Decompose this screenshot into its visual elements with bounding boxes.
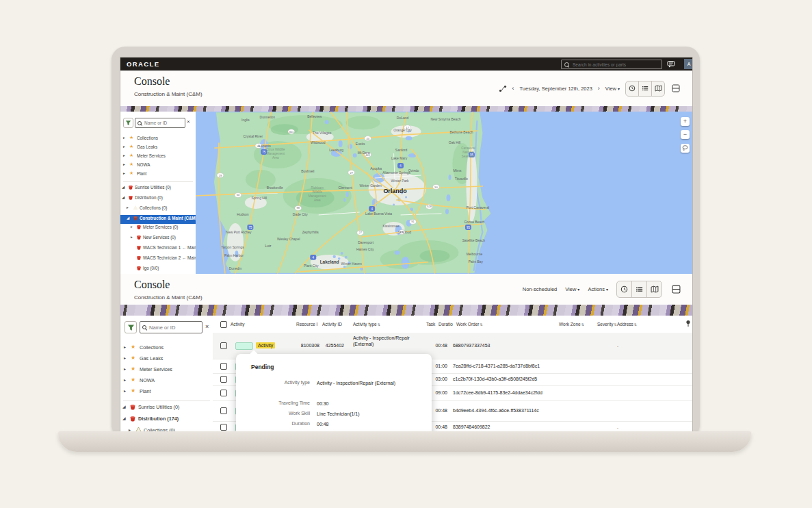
date-next-button[interactable]: ›: [598, 85, 600, 92]
col-activity-id[interactable]: Activity ID: [322, 322, 342, 327]
expand-icon[interactable]: ▸: [124, 388, 126, 393]
close-icon[interactable]: ×: [187, 118, 190, 125]
table-row[interactable]: 09:00 1dc72cee-8db9-4175-83e2-4ddae34c2f…: [213, 385, 692, 401]
list-view-button[interactable]: [639, 81, 652, 96]
tree-item-resource[interactable]: ▸Collections (0): [120, 205, 196, 215]
tree-item-favorite[interactable]: ▸★Meter Services: [120, 366, 213, 377]
col-activity[interactable]: Activity: [231, 322, 245, 327]
non-scheduled-label[interactable]: Non-scheduled: [523, 286, 557, 292]
row-checkbox[interactable]: [220, 390, 227, 396]
view-dropdown[interactable]: View▾: [605, 86, 620, 92]
activity-chip[interactable]: [235, 376, 254, 383]
tree-search-2[interactable]: [140, 321, 202, 333]
tree-item-favorite[interactable]: ▸★Meter Services: [120, 153, 196, 162]
user-avatar[interactable]: A: [684, 59, 692, 69]
tree-item-resource[interactable]: Igo (0/0): [120, 265, 196, 274]
route-icon[interactable]: [499, 85, 507, 92]
map-canvas[interactable]: 75 75 4 4 4 95 95 44 44 27 27 50 50 441: [196, 112, 692, 274]
expand-icon[interactable]: ▸: [131, 235, 133, 239]
tree-item-resource[interactable]: ▸Meter Services (0): [120, 224, 196, 234]
date-prev-button[interactable]: ‹: [512, 85, 514, 92]
collapse-icon[interactable]: ◢: [122, 185, 125, 189]
tree-item-favorite[interactable]: ▸★Gas Leaks: [120, 144, 196, 153]
activity-chip[interactable]: [235, 424, 254, 431]
time-view-button[interactable]: [617, 281, 632, 297]
table-row[interactable]: 03:00 c1c2b70f-130d-43b0-a3ff-d508f245f2…: [213, 373, 692, 386]
lasso-tool-button[interactable]: [681, 144, 690, 153]
tree-item-resource[interactable]: ◢Distribution (0): [120, 194, 196, 205]
map-view-button[interactable]: [652, 81, 664, 96]
pin-icon[interactable]: [685, 320, 692, 327]
filter-button[interactable]: [123, 118, 133, 128]
table-row[interactable]: Activity 8100308 4255402 Activity - Insp…: [213, 333, 692, 359]
filter-button[interactable]: [125, 321, 137, 333]
tree-item-resource-selected[interactable]: ◢Construction & Maint (C&M): [120, 215, 196, 224]
tree-item-favorite[interactable]: ▸★NOWA: [120, 162, 196, 170]
collapse-icon[interactable]: ◢: [122, 404, 126, 409]
activity-chip[interactable]: [235, 342, 253, 350]
expand-icon[interactable]: ▸: [124, 344, 126, 349]
global-search-input[interactable]: [571, 62, 656, 68]
row-checkbox[interactable]: [220, 376, 227, 383]
col-work-order[interactable]: Work Order⇅: [456, 322, 483, 327]
row-checkbox[interactable]: [220, 363, 227, 370]
list-view-button[interactable]: [632, 281, 647, 297]
split-layout-button[interactable]: [670, 83, 681, 94]
table-row[interactable]: 00:48 b4d9eeb4-4394-4f6c-a6ce-ff53837111…: [213, 400, 692, 422]
tree-item-resource[interactable]: ◢Sunrise Utilities (0): [120, 184, 196, 194]
col-severity[interactable]: Severity⇅: [597, 322, 617, 327]
row-checkbox[interactable]: [220, 407, 227, 414]
tree-item-resource[interactable]: WACS Technician 1 ← Maint: [120, 244, 196, 255]
activity-highlight-label[interactable]: Activity: [256, 342, 275, 348]
tree-item-resource[interactable]: ◢Distribution (174): [120, 415, 213, 427]
date-label[interactable]: Tuesday, September 12th, 2023: [520, 86, 592, 92]
collapse-icon[interactable]: ◢: [122, 416, 126, 420]
activity-chip[interactable]: [235, 407, 254, 415]
activity-chip[interactable]: [235, 363, 254, 370]
tree-search-input-2[interactable]: [148, 324, 194, 331]
col-resource-id[interactable]: Resource I: [296, 322, 317, 327]
expand-icon[interactable]: ▸: [127, 205, 129, 209]
col-duration[interactable]: Duratio: [438, 322, 453, 327]
tree-item-favorite[interactable]: ▸★Gas Leaks: [120, 355, 213, 366]
tree-search-1[interactable]: [135, 118, 185, 128]
collapse-icon[interactable]: ◢: [122, 195, 125, 199]
table-row[interactable]: 01:00 7ea28ffd-c718-4371-a285-da737d8bf8…: [213, 359, 692, 374]
select-all-checkbox[interactable]: [220, 321, 227, 328]
expand-icon[interactable]: ▸: [124, 377, 126, 382]
expand-icon[interactable]: ▸: [123, 162, 125, 166]
row-checkbox[interactable]: [220, 342, 227, 349]
view-dropdown[interactable]: View▾: [565, 286, 579, 292]
zoom-out-button[interactable]: −: [681, 130, 690, 139]
col-address[interactable]: Address⇅: [617, 322, 637, 327]
expand-icon[interactable]: ▸: [131, 225, 133, 229]
global-search[interactable]: [561, 60, 662, 69]
split-layout-button[interactable]: [670, 284, 681, 295]
col-task[interactable]: Task: [426, 322, 435, 327]
zoom-in-button[interactable]: +: [681, 117, 690, 126]
expand-icon[interactable]: ▸: [123, 144, 125, 149]
activity-chip[interactable]: [235, 390, 254, 397]
tree-item-favorite[interactable]: ▸★Plant: [120, 388, 213, 398]
collapse-icon[interactable]: ◢: [127, 216, 129, 220]
tree-item-resource[interactable]: ▸New Services (0): [120, 234, 196, 244]
map-view-button[interactable]: [647, 281, 662, 297]
tree-item-favorite[interactable]: ▸★Plant: [120, 170, 196, 179]
time-view-button[interactable]: [626, 81, 639, 96]
col-work-zone[interactable]: Work Zone⇅: [559, 322, 584, 327]
messages-icon[interactable]: [667, 60, 675, 68]
expand-icon[interactable]: ▸: [123, 171, 125, 175]
col-activity-type[interactable]: Activity type⇅: [353, 322, 380, 327]
tree-item-favorite[interactable]: ▸★NOWA: [120, 377, 213, 388]
tree-item-favorite[interactable]: ▸★Collections: [120, 135, 196, 144]
tree-search-input-1[interactable]: [143, 120, 180, 126]
expand-icon[interactable]: ▸: [123, 153, 125, 157]
tree-item-resource[interactable]: WACS Technician 2 ← Maint: [120, 255, 196, 265]
actions-dropdown[interactable]: Actions▾: [588, 286, 608, 292]
close-icon[interactable]: ×: [205, 323, 209, 330]
expand-icon[interactable]: ▸: [123, 136, 125, 140]
row-checkbox[interactable]: [220, 424, 227, 431]
expand-icon[interactable]: ▸: [124, 366, 126, 371]
expand-icon[interactable]: ▸: [124, 355, 126, 360]
tree-item-resource[interactable]: ◢Sunrise Utilities (0): [120, 403, 213, 415]
